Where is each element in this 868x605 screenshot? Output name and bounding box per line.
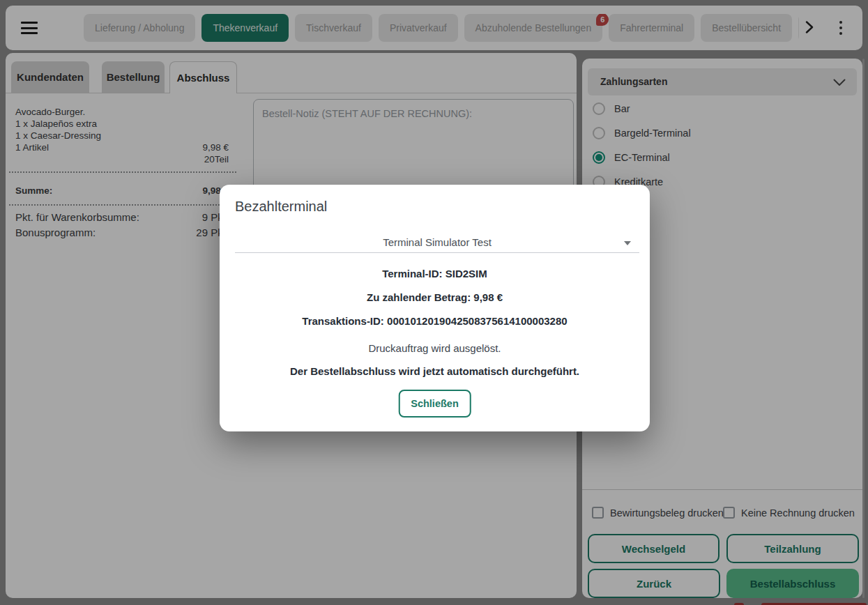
auto-complete-text: Der Bestellabschluss wird jetzt automati… [220, 365, 650, 377]
dropdown-arrow-icon [624, 241, 631, 245]
schliessen-button[interactable]: Schließen [398, 390, 471, 418]
bezahlterminal-dialog: Bezahlterminal Terminal Simulator Test T… [220, 185, 650, 431]
amount-text: Zu zahlender Betrag: 9,98 € [220, 291, 650, 303]
print-status-text: Druckauftrag wird ausgelöst. [220, 342, 650, 354]
transaction-id-text: Transaktions-ID: 00010120190425083756141… [220, 315, 650, 327]
terminal-id-text: Terminal-ID: SID2SIM [220, 268, 650, 279]
dialog-title: Bezahlterminal [235, 199, 327, 215]
terminal-select-value: Terminal Simulator Test [235, 235, 639, 250]
terminal-select[interactable]: Terminal Simulator Test [235, 235, 639, 253]
pos-app: Lieferung / Abholung Thekenverkauf Tisch… [0, 0, 868, 605]
